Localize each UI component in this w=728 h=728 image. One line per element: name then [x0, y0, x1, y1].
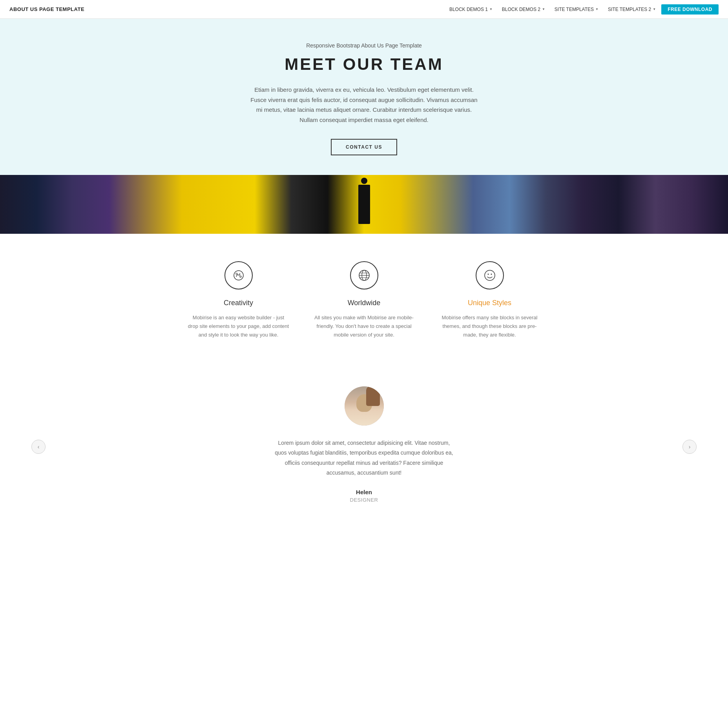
hero-subtitle: Responsive Bootstrap About Us Page Templ…: [8, 42, 720, 49]
worldwide-desc: All sites you make with Mobirise are mob…: [313, 313, 415, 339]
navbar: ABOUT US PAGE TEMPLATE BLOCK DEMOS 1 ▼ B…: [0, 0, 728, 19]
unique-styles-desc: Mobirise offers many site blocks in seve…: [439, 313, 541, 339]
testimonial-text: Lorem ipsum dolor sit amet, consectetur …: [274, 438, 454, 478]
creativity-title: Creativity: [188, 299, 290, 307]
unique-styles-icon: [476, 261, 504, 289]
chevron-down-icon: ▼: [653, 7, 656, 11]
svg-point-9: [487, 274, 489, 275]
feature-unique-styles: Unique Styles Mobirise offers many site …: [439, 261, 541, 339]
avatar-image: [345, 386, 384, 426]
hero-title: MEET OUR TEAM: [8, 55, 720, 74]
testimonial-section: Lorem ipsum dolor sit amet, consectetur …: [0, 363, 728, 530]
testimonial-role: DESIGNER: [8, 497, 720, 503]
chevron-down-icon: ▼: [489, 7, 493, 11]
svg-point-8: [485, 270, 495, 280]
free-download-button[interactable]: FREE DOWNLOAD: [661, 4, 719, 15]
feature-creativity: Creativity Mobirise is an easy website b…: [188, 261, 290, 339]
creativity-icon: [224, 261, 253, 289]
nav-site-templates[interactable]: SITE TEMPLATES ▼: [551, 5, 602, 14]
creativity-desc: Mobirise is an easy website builder - ju…: [188, 313, 290, 339]
svg-point-2: [240, 276, 241, 277]
nav-site-templates-2[interactable]: SITE TEMPLATES 2 ▼: [604, 5, 660, 14]
svg-point-0: [234, 271, 243, 280]
prev-arrow-button[interactable]: ‹: [31, 440, 46, 454]
testimonial-name: Helen: [8, 489, 720, 495]
svg-point-1: [236, 273, 237, 275]
testimonial-avatar: [345, 386, 384, 426]
chevron-down-icon: ▼: [595, 7, 598, 11]
next-arrow-button[interactable]: ›: [682, 440, 697, 454]
contact-us-button[interactable]: CONTACT US: [331, 139, 397, 155]
features-section: Creativity Mobirise is an easy website b…: [0, 234, 728, 363]
hero-text: Etiam in libero gravida, viverra ex eu, …: [250, 85, 478, 125]
banner-image: [0, 175, 728, 234]
worldwide-title: Worldwide: [313, 299, 415, 307]
worldwide-icon: [350, 261, 378, 289]
hero-section: Responsive Bootstrap About Us Page Templ…: [0, 19, 728, 175]
nav-block-demos-1[interactable]: BLOCK DEMOS 1 ▼: [445, 5, 496, 14]
feature-worldwide: Worldwide All sites you make with Mobiri…: [313, 261, 415, 339]
svg-point-10: [491, 274, 492, 275]
nav-links: BLOCK DEMOS 1 ▼ BLOCK DEMOS 2 ▼ SITE TEM…: [445, 4, 719, 15]
nav-block-demos-2[interactable]: BLOCK DEMOS 2 ▼: [498, 5, 549, 14]
silhouette-figure: [358, 185, 370, 224]
chevron-down-icon: ▼: [542, 7, 545, 11]
features-grid: Creativity Mobirise is an easy website b…: [188, 261, 541, 339]
nav-brand: ABOUT US PAGE TEMPLATE: [9, 6, 84, 12]
banner-overlay: [0, 175, 728, 234]
unique-styles-title: Unique Styles: [439, 299, 541, 307]
